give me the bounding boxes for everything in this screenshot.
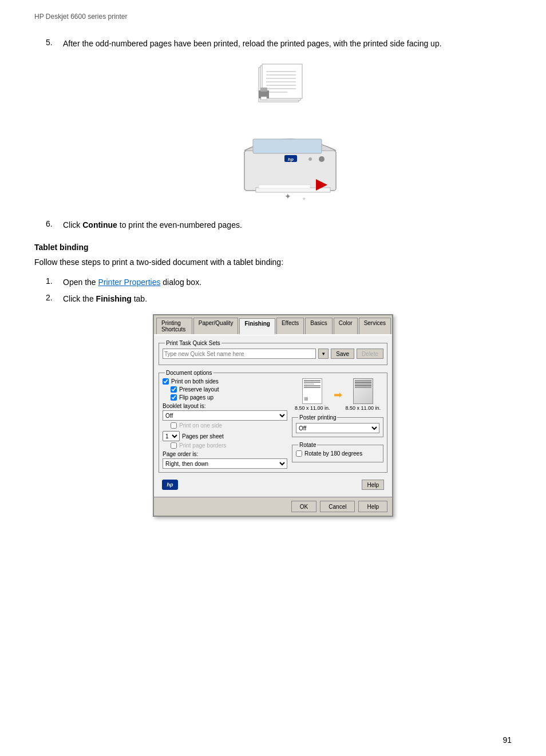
continue-bold: Continue <box>82 220 117 229</box>
quick-set-dropdown[interactable]: ▼ <box>318 349 329 359</box>
flip-pages-checkbox[interactable] <box>171 394 177 401</box>
dialog-bottom-bar: hp Help <box>159 477 387 492</box>
page-order-label: Page order is: <box>163 451 287 457</box>
preview-col-left: ▦ 8.50 x 11.00 in. <box>295 378 330 411</box>
dialog-help-btn[interactable]: Help <box>362 480 384 490</box>
finishing-dialog: Printing Shortcuts Paper/Quality Finishi… <box>153 314 393 517</box>
print-both-sides-checkbox[interactable] <box>163 378 169 385</box>
svg-text:hp: hp <box>288 157 294 162</box>
print-one-side-row: Print on one side <box>171 422 287 429</box>
svg-text:✦: ✦ <box>284 192 291 201</box>
flip-pages-label: Flip pages up <box>179 394 213 401</box>
page-preview-left: ▦ <box>302 378 322 404</box>
poster-section: Poster printing Off <box>292 414 383 437</box>
tablet-step-1: 1. Open the Printer Properties dialog bo… <box>46 276 512 288</box>
tab-color[interactable]: Color <box>334 318 358 334</box>
dim-text-left: 8.50 x 11.00 in. <box>295 405 330 411</box>
dialog-tabs: Printing Shortcuts Paper/Quality Finishi… <box>154 315 392 335</box>
header-title: HP Deskjet 6600 series printer <box>34 13 128 21</box>
dialog-body: Print Task Quick Sets ▼ Save Delete Docu… <box>154 335 392 497</box>
poster-select[interactable]: Off <box>296 423 379 433</box>
step2-suffix: tab. <box>132 294 147 303</box>
svg-point-21 <box>308 157 312 161</box>
tablet-step-2: 2. Click the Finishing tab. <box>46 293 512 305</box>
svg-rect-11 <box>260 88 267 92</box>
document-options-section: Document options Print on both sides Pre… <box>159 370 387 473</box>
rotate-checkbox-row: Rotate by 180 degrees <box>296 450 379 457</box>
hp-logo: hp <box>162 480 178 490</box>
pages-per-sheet-label: Pages per sheet <box>182 433 224 440</box>
paper-stack-illustration <box>256 59 325 110</box>
quick-sets-legend: Print Task Quick Sets <box>165 340 221 346</box>
ok-button[interactable]: OK <box>291 501 316 512</box>
page-number: 91 <box>503 735 512 745</box>
pages-per-sheet-row: 1 Pages per sheet <box>163 431 287 441</box>
dialog-wrapper: Printing Shortcuts Paper/Quality Finishi… <box>34 314 512 517</box>
document-options-legend: Document options <box>165 370 213 376</box>
preserve-layout-checkbox[interactable] <box>171 386 177 393</box>
dialog-footer: OK Cancel Help <box>154 497 392 516</box>
tablet-steps-list: 1. Open the Printer Properties dialog bo… <box>46 276 512 305</box>
preserve-layout-label: Preserve layout <box>179 386 219 393</box>
arrow-icon: ➡ <box>334 389 342 401</box>
preview-area: ▦ 8.50 x 11.00 in. ➡ <box>292 378 383 411</box>
step-5-number: 5. <box>46 38 63 50</box>
quick-set-input[interactable] <box>163 349 316 359</box>
tab-services[interactable]: Services <box>359 318 391 334</box>
tablet-binding-intro: Follow these steps to print a two-sided … <box>34 256 512 268</box>
poster-legend: Poster printing <box>298 414 337 421</box>
tab-printing-shortcuts[interactable]: Printing Shortcuts <box>156 318 192 334</box>
print-both-sides-row: Print on both sides <box>163 378 287 385</box>
svg-point-20 <box>319 156 325 162</box>
print-one-side-checkbox[interactable] <box>171 422 177 429</box>
step1-suffix: dialog box. <box>160 278 201 287</box>
tab-finishing[interactable]: Finishing <box>239 318 275 335</box>
booklet-select[interactable]: Off <box>163 410 287 421</box>
flip-pages-row: Flip pages up <box>171 394 287 401</box>
quick-sets-section: Print Task Quick Sets ▼ Save Delete <box>159 340 387 365</box>
rotate-legend: Rotate <box>298 442 317 448</box>
booklet-label: Booklet layout is: <box>163 403 287 409</box>
preserve-layout-row: Preserve layout <box>171 386 287 393</box>
help-button[interactable]: Help <box>358 501 387 512</box>
step-5: 5. After the odd-numbered pages have bee… <box>46 38 512 50</box>
tab-paper-quality[interactable]: Paper/Quality <box>193 318 239 334</box>
quick-set-save[interactable]: Save <box>331 349 354 359</box>
tab-effects[interactable]: Effects <box>276 318 304 334</box>
rotate-label: Rotate by 180 degrees <box>304 450 362 457</box>
step2-prefix: Click the <box>63 294 96 303</box>
step-5-text: After the odd-numbered pages have been p… <box>63 38 442 50</box>
print-one-side-label: Print on one side <box>179 422 222 429</box>
step-6: 6. Click Continue to print the even-numb… <box>46 219 512 231</box>
print-both-sides-label: Print on both sides <box>171 378 219 385</box>
svg-rect-14 <box>253 139 322 153</box>
tab-basics[interactable]: Basics <box>305 318 332 334</box>
svg-rect-12 <box>261 97 267 100</box>
quick-sets-row: ▼ Save Delete <box>163 349 383 359</box>
pages-per-sheet-select[interactable]: 1 <box>163 431 180 441</box>
doc-options-left: Print on both sides Preserve layout Flip… <box>163 378 287 469</box>
printer-illustration: hp ✦ ✦ <box>227 116 353 208</box>
print-page-borders-checkbox[interactable] <box>171 442 177 449</box>
tablet-binding-heading: Tablet binding <box>34 243 512 252</box>
printer-properties-link[interactable]: Printer Properties <box>98 278 161 287</box>
doc-options-layout: Print on both sides Preserve layout Flip… <box>163 378 383 469</box>
rotate-section: Rotate Rotate by 180 degrees <box>292 442 383 462</box>
preview-col-right: 8.50 x 11.00 in. <box>346 378 381 411</box>
rotate-checkbox[interactable] <box>296 450 302 457</box>
svg-rect-16 <box>259 185 310 188</box>
step-6-number: 6. <box>46 219 63 231</box>
page-order-select[interactable]: Right, then down <box>163 458 287 469</box>
page-preview-right <box>353 378 373 404</box>
print-page-borders-row: Print page borders <box>171 442 287 449</box>
page-header: HP Deskjet 6600 series printer <box>34 11 512 21</box>
step-6-text: Click Continue to print the even-numbere… <box>63 219 242 231</box>
quick-set-delete[interactable]: Delete <box>357 349 383 359</box>
dim-text-right: 8.50 x 11.00 in. <box>346 405 381 411</box>
cancel-button[interactable]: Cancel <box>320 501 355 512</box>
step1-prefix: Open the <box>63 278 98 287</box>
svg-text:✦: ✦ <box>302 196 306 202</box>
doc-options-right: ▦ 8.50 x 11.00 in. ➡ <box>292 378 383 469</box>
step-6-suffix: to print the even-numbered pages. <box>117 220 242 229</box>
images-section: hp ✦ ✦ <box>69 59 512 208</box>
